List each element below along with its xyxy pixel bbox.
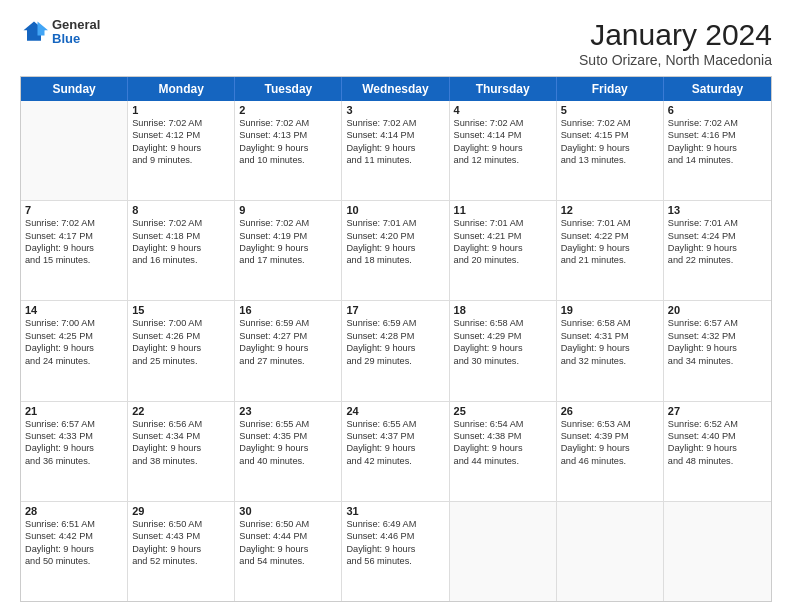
daylight-text-2: and 40 minutes. bbox=[239, 455, 337, 467]
sunrise-text: Sunrise: 7:00 AM bbox=[25, 317, 123, 329]
day-number: 14 bbox=[25, 304, 123, 316]
daylight-text-2: and 38 minutes. bbox=[132, 455, 230, 467]
calendar-cell: 28Sunrise: 6:51 AMSunset: 4:42 PMDayligh… bbox=[21, 502, 128, 601]
daylight-text-1: Daylight: 9 hours bbox=[561, 442, 659, 454]
day-number: 18 bbox=[454, 304, 552, 316]
daylight-text-1: Daylight: 9 hours bbox=[668, 142, 767, 154]
sunrise-text: Sunrise: 6:57 AM bbox=[25, 418, 123, 430]
daylight-text-1: Daylight: 9 hours bbox=[346, 342, 444, 354]
daylight-text-1: Daylight: 9 hours bbox=[132, 543, 230, 555]
calendar-header-row: SundayMondayTuesdayWednesdayThursdayFrid… bbox=[21, 77, 771, 101]
daylight-text-1: Daylight: 9 hours bbox=[132, 142, 230, 154]
day-number: 3 bbox=[346, 104, 444, 116]
daylight-text-2: and 52 minutes. bbox=[132, 555, 230, 567]
calendar-cell: 24Sunrise: 6:55 AMSunset: 4:37 PMDayligh… bbox=[342, 402, 449, 501]
calendar-week-2: 7Sunrise: 7:02 AMSunset: 4:17 PMDaylight… bbox=[21, 201, 771, 301]
calendar-cell: 4Sunrise: 7:02 AMSunset: 4:14 PMDaylight… bbox=[450, 101, 557, 200]
daylight-text-1: Daylight: 9 hours bbox=[132, 442, 230, 454]
sunrise-text: Sunrise: 7:02 AM bbox=[132, 217, 230, 229]
logo-icon bbox=[20, 18, 48, 46]
sunset-text: Sunset: 4:13 PM bbox=[239, 129, 337, 141]
sunset-text: Sunset: 4:26 PM bbox=[132, 330, 230, 342]
daylight-text-2: and 29 minutes. bbox=[346, 355, 444, 367]
daylight-text-2: and 17 minutes. bbox=[239, 254, 337, 266]
calendar-cell: 2Sunrise: 7:02 AMSunset: 4:13 PMDaylight… bbox=[235, 101, 342, 200]
calendar-cell: 29Sunrise: 6:50 AMSunset: 4:43 PMDayligh… bbox=[128, 502, 235, 601]
daylight-text-2: and 24 minutes. bbox=[25, 355, 123, 367]
calendar-cell: 3Sunrise: 7:02 AMSunset: 4:14 PMDaylight… bbox=[342, 101, 449, 200]
sunset-text: Sunset: 4:25 PM bbox=[25, 330, 123, 342]
sunset-text: Sunset: 4:38 PM bbox=[454, 430, 552, 442]
sunrise-text: Sunrise: 6:51 AM bbox=[25, 518, 123, 530]
sunset-text: Sunset: 4:37 PM bbox=[346, 430, 444, 442]
calendar-cell: 5Sunrise: 7:02 AMSunset: 4:15 PMDaylight… bbox=[557, 101, 664, 200]
daylight-text-2: and 18 minutes. bbox=[346, 254, 444, 266]
daylight-text-2: and 21 minutes. bbox=[561, 254, 659, 266]
day-number: 7 bbox=[25, 204, 123, 216]
calendar: SundayMondayTuesdayWednesdayThursdayFrid… bbox=[20, 76, 772, 602]
daylight-text-1: Daylight: 9 hours bbox=[132, 242, 230, 254]
calendar-week-3: 14Sunrise: 7:00 AMSunset: 4:25 PMDayligh… bbox=[21, 301, 771, 401]
daylight-text-1: Daylight: 9 hours bbox=[346, 442, 444, 454]
calendar-cell: 6Sunrise: 7:02 AMSunset: 4:16 PMDaylight… bbox=[664, 101, 771, 200]
day-number: 11 bbox=[454, 204, 552, 216]
daylight-text-2: and 10 minutes. bbox=[239, 154, 337, 166]
daylight-text-1: Daylight: 9 hours bbox=[239, 142, 337, 154]
daylight-text-2: and 50 minutes. bbox=[25, 555, 123, 567]
calendar-cell bbox=[21, 101, 128, 200]
daylight-text-2: and 30 minutes. bbox=[454, 355, 552, 367]
sunrise-text: Sunrise: 6:58 AM bbox=[561, 317, 659, 329]
calendar-cell: 7Sunrise: 7:02 AMSunset: 4:17 PMDaylight… bbox=[21, 201, 128, 300]
calendar-cell: 16Sunrise: 6:59 AMSunset: 4:27 PMDayligh… bbox=[235, 301, 342, 400]
subtitle: Suto Orizare, North Macedonia bbox=[579, 52, 772, 68]
sunset-text: Sunset: 4:39 PM bbox=[561, 430, 659, 442]
sunset-text: Sunset: 4:27 PM bbox=[239, 330, 337, 342]
day-number: 24 bbox=[346, 405, 444, 417]
daylight-text-2: and 32 minutes. bbox=[561, 355, 659, 367]
sunset-text: Sunset: 4:34 PM bbox=[132, 430, 230, 442]
sunset-text: Sunset: 4:16 PM bbox=[668, 129, 767, 141]
day-number: 19 bbox=[561, 304, 659, 316]
day-number: 5 bbox=[561, 104, 659, 116]
sunrise-text: Sunrise: 7:01 AM bbox=[454, 217, 552, 229]
daylight-text-2: and 16 minutes. bbox=[132, 254, 230, 266]
calendar-cell: 27Sunrise: 6:52 AMSunset: 4:40 PMDayligh… bbox=[664, 402, 771, 501]
calendar-week-4: 21Sunrise: 6:57 AMSunset: 4:33 PMDayligh… bbox=[21, 402, 771, 502]
daylight-text-1: Daylight: 9 hours bbox=[668, 342, 767, 354]
daylight-text-2: and 48 minutes. bbox=[668, 455, 767, 467]
calendar-header-monday: Monday bbox=[128, 77, 235, 101]
calendar-cell: 31Sunrise: 6:49 AMSunset: 4:46 PMDayligh… bbox=[342, 502, 449, 601]
daylight-text-2: and 11 minutes. bbox=[346, 154, 444, 166]
calendar-cell: 17Sunrise: 6:59 AMSunset: 4:28 PMDayligh… bbox=[342, 301, 449, 400]
calendar-cell: 8Sunrise: 7:02 AMSunset: 4:18 PMDaylight… bbox=[128, 201, 235, 300]
daylight-text-2: and 54 minutes. bbox=[239, 555, 337, 567]
calendar-cell: 30Sunrise: 6:50 AMSunset: 4:44 PMDayligh… bbox=[235, 502, 342, 601]
calendar-header-saturday: Saturday bbox=[664, 77, 771, 101]
daylight-text-2: and 36 minutes. bbox=[25, 455, 123, 467]
logo-general: General bbox=[52, 18, 100, 32]
daylight-text-1: Daylight: 9 hours bbox=[25, 242, 123, 254]
daylight-text-1: Daylight: 9 hours bbox=[346, 142, 444, 154]
sunset-text: Sunset: 4:46 PM bbox=[346, 530, 444, 542]
day-number: 13 bbox=[668, 204, 767, 216]
calendar-header-thursday: Thursday bbox=[450, 77, 557, 101]
calendar-cell: 18Sunrise: 6:58 AMSunset: 4:29 PMDayligh… bbox=[450, 301, 557, 400]
calendar-cell: 21Sunrise: 6:57 AMSunset: 4:33 PMDayligh… bbox=[21, 402, 128, 501]
daylight-text-2: and 42 minutes. bbox=[346, 455, 444, 467]
day-number: 28 bbox=[25, 505, 123, 517]
day-number: 2 bbox=[239, 104, 337, 116]
calendar-cell: 13Sunrise: 7:01 AMSunset: 4:24 PMDayligh… bbox=[664, 201, 771, 300]
sunrise-text: Sunrise: 7:00 AM bbox=[132, 317, 230, 329]
day-number: 31 bbox=[346, 505, 444, 517]
daylight-text-2: and 46 minutes. bbox=[561, 455, 659, 467]
day-number: 10 bbox=[346, 204, 444, 216]
calendar-cell: 19Sunrise: 6:58 AMSunset: 4:31 PMDayligh… bbox=[557, 301, 664, 400]
calendar-cell: 9Sunrise: 7:02 AMSunset: 4:19 PMDaylight… bbox=[235, 201, 342, 300]
day-number: 16 bbox=[239, 304, 337, 316]
daylight-text-1: Daylight: 9 hours bbox=[561, 142, 659, 154]
day-number: 6 bbox=[668, 104, 767, 116]
sunrise-text: Sunrise: 6:58 AM bbox=[454, 317, 552, 329]
calendar-cell: 20Sunrise: 6:57 AMSunset: 4:32 PMDayligh… bbox=[664, 301, 771, 400]
sunset-text: Sunset: 4:18 PM bbox=[132, 230, 230, 242]
daylight-text-2: and 22 minutes. bbox=[668, 254, 767, 266]
